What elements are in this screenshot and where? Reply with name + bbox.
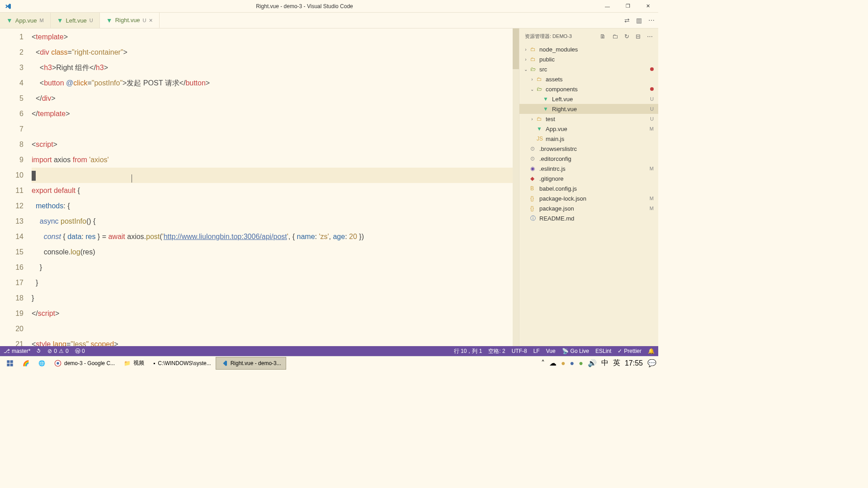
tree-item--eslintrc-js[interactable]: ◉.eslintrc.jsM <box>519 164 658 174</box>
tab-label: App.vue <box>15 17 37 24</box>
vscode-icon <box>5 3 12 10</box>
tab-label: Right.vue <box>115 17 140 23</box>
tree-item-babel-config-js[interactable]: Bbabel.config.js <box>519 183 658 193</box>
tree-item-assets[interactable]: ›🗀assets <box>519 74 658 84</box>
new-folder-icon[interactable]: 🗀 <box>612 33 618 40</box>
taskbar-vscode[interactable]: Right.vue - demo-3... <box>216 357 286 370</box>
tree-item-test[interactable]: ›🗀testU <box>519 114 658 124</box>
tab-app-vue[interactable]: ▼ App.vue M <box>0 13 51 28</box>
eslint-status[interactable]: ESLint <box>595 348 611 354</box>
minimize-button[interactable]: — <box>597 0 618 13</box>
scrollbar[interactable] <box>513 28 519 346</box>
language-mode[interactable]: Vue <box>546 348 556 354</box>
file-name: assets <box>546 76 658 83</box>
file-name: README.md <box>539 215 658 222</box>
title-bar: Right.vue - demo-3 - Visual Studio Code … <box>0 0 658 13</box>
more-icon[interactable]: ⋯ <box>648 17 655 24</box>
tree-item-left-vue[interactable]: ▼Left.vueU <box>519 94 658 104</box>
tabs-bar: ▼ App.vue M ▼ Left.vue U ▼ Right.vue U ×… <box>0 13 658 28</box>
line-gutter: 123456789101112131415161718192021 <box>0 28 32 346</box>
chevron-icon: › <box>523 57 528 62</box>
taskbar-folder[interactable]: 📁视频 <box>119 357 149 370</box>
notifications-icon[interactable]: 🔔 <box>648 348 655 354</box>
tray-clock[interactable]: 17:55 <box>625 359 643 367</box>
chevron-icon: ⌄ <box>529 87 535 92</box>
maximize-button[interactable]: ❐ <box>618 0 638 13</box>
tree-item--gitignore[interactable]: ◆.gitignore <box>519 174 658 183</box>
tab-close-icon[interactable]: × <box>149 17 153 24</box>
tree-item-right-vue[interactable]: ▼Right.vueU <box>519 104 658 114</box>
tab-left-vue[interactable]: ▼ Left.vue U <box>51 13 100 28</box>
explorer-title: 资源管理器: DEMO-3 <box>525 33 600 40</box>
tray-icon[interactable]: ☁ <box>549 359 557 367</box>
svg-rect-2 <box>7 363 9 366</box>
file-status: M <box>650 196 654 201</box>
scrollbar-thumb[interactable] <box>513 28 519 69</box>
tray-icon[interactable]: ● <box>570 359 575 367</box>
file-status: M <box>650 126 654 131</box>
tree-item-main-js[interactable]: JSmain.js <box>519 134 658 144</box>
errors-warnings[interactable]: ⊘ 0 ⚠ 0 <box>47 348 68 354</box>
tray-icon[interactable]: 🔊 <box>588 359 597 367</box>
status-bar: ⎇ master* ↻ ⊘ 0 ⚠ 0 Ⓦ 0 行 10，列 1 空格: 2 U… <box>0 346 658 356</box>
compare-icon[interactable]: ⇄ <box>624 17 630 24</box>
tree-item-readme-md[interactable]: ⓘREADME.md <box>519 213 658 223</box>
file-name: .browserslistrc <box>539 145 658 152</box>
start-button[interactable] <box>2 357 18 370</box>
tree-item-package-json[interactable]: {}package.jsonM <box>519 203 658 213</box>
eol[interactable]: LF <box>533 348 540 354</box>
git-sync[interactable]: ↻ <box>37 348 41 354</box>
chevron-icon: › <box>523 47 528 52</box>
taskbar-item[interactable]: 🌈 <box>18 357 34 370</box>
explorer-sidebar: 资源管理器: DEMO-3 🗎 🗀 ↻ ⊟ ⋯ ›🗀node_modules›🗀… <box>519 28 658 346</box>
encoding[interactable]: UTF-8 <box>512 348 527 354</box>
vue-icon: ▼ <box>6 17 13 24</box>
file-name: .gitignore <box>539 175 658 182</box>
tab-right-vue[interactable]: ▼ Right.vue U × <box>100 13 160 28</box>
file-status: U <box>650 96 654 102</box>
git-branch[interactable]: ⎇ master* <box>4 348 30 354</box>
tree-item-app-vue[interactable]: ▼App.vueM <box>519 124 658 134</box>
cursor <box>32 171 36 181</box>
chevron-icon: › <box>529 117 535 122</box>
refresh-icon[interactable]: ↻ <box>624 33 629 40</box>
new-file-icon[interactable]: 🗎 <box>600 33 606 40</box>
prettier-status[interactable]: ✓ Prettier <box>618 348 642 354</box>
file-status: U <box>650 116 654 122</box>
tree-item-package-lock-json[interactable]: {}package-lock.jsonM <box>519 193 658 203</box>
cursor-position[interactable]: 行 10，列 1 <box>454 347 482 355</box>
close-button[interactable]: ✕ <box>638 0 658 13</box>
tray-icon[interactable]: ˄ <box>541 359 545 367</box>
tree-item--editorconfig[interactable]: ⊙.editorconfig <box>519 154 658 164</box>
tree-item-src[interactable]: ⌄🗁src <box>519 64 658 74</box>
tree-item-public[interactable]: ›🗀public <box>519 54 658 64</box>
vue-icon: ▼ <box>57 17 63 24</box>
tree-item--browserslistrc[interactable]: ⊙.browserslistrc <box>519 144 658 154</box>
editor[interactable]: 123456789101112131415161718192021 <templ… <box>0 28 519 346</box>
tray-ime[interactable]: 英 <box>613 358 620 368</box>
code-content[interactable]: <template> <div class="right-container">… <box>32 28 513 346</box>
tray-icon[interactable]: ● <box>579 359 583 367</box>
tree-item-components[interactable]: ⌄🗁components <box>519 84 658 94</box>
taskbar-chrome[interactable]: demo-3 - Google C... <box>50 357 119 370</box>
port-forward[interactable]: Ⓦ 0 <box>75 347 85 355</box>
windows-taskbar: 🌈 🌐 demo-3 - Google C... 📁视频 ▪C:\WINDOWS… <box>0 356 658 370</box>
tray-notifications[interactable]: 💬 <box>647 359 656 367</box>
file-name: package.json <box>539 205 658 212</box>
taskbar-cmd[interactable]: ▪C:\WINDOWS\syste... <box>149 357 216 370</box>
vue-icon: ▼ <box>106 17 113 24</box>
tree-item-node_modules[interactable]: ›🗀node_modules <box>519 44 658 54</box>
tray-ime[interactable]: 中 <box>601 358 609 368</box>
taskbar-edge[interactable]: 🌐 <box>34 357 50 370</box>
tab-label: Left.vue <box>66 17 87 24</box>
tray-icon[interactable]: ● <box>561 359 566 367</box>
go-live-button[interactable]: 📡 Go Live <box>562 348 589 354</box>
file-name: public <box>539 56 658 63</box>
file-name: App.vue <box>546 126 658 132</box>
collapse-icon[interactable]: ⊟ <box>636 33 641 40</box>
indent[interactable]: 空格: 2 <box>488 347 505 355</box>
modified-dot-icon <box>650 67 654 71</box>
split-icon[interactable]: ▥ <box>636 17 642 24</box>
file-name: node_modules <box>539 46 658 53</box>
more-icon[interactable]: ⋯ <box>647 33 653 40</box>
